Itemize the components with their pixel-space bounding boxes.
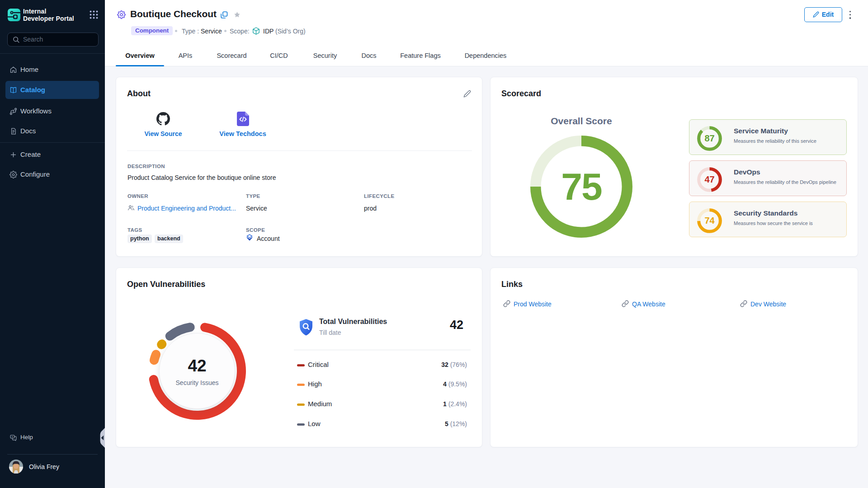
svg-text:?: ?: [11, 436, 13, 438]
